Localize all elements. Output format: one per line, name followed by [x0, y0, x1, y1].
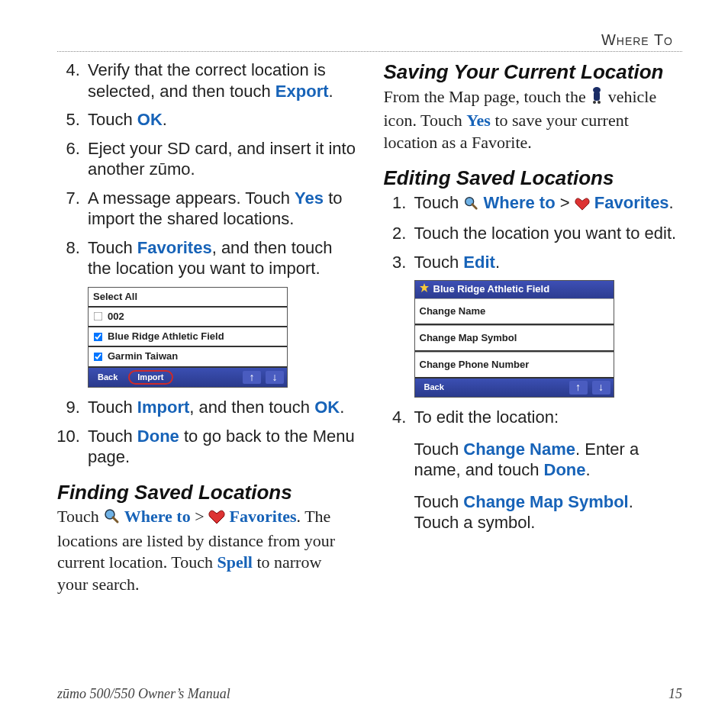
svg-rect-3 — [594, 92, 600, 101]
heart-icon — [208, 508, 225, 530]
list-item: Verify that the correct location is sele… — [85, 60, 356, 101]
list-item: To edit the location: Touch Change Name.… — [411, 407, 683, 533]
change-name-row[interactable]: Change Name — [415, 298, 614, 325]
checkbox-garmin-taiwan[interactable] — [94, 353, 103, 362]
footer-page-number: 15 — [668, 685, 682, 703]
list-item: Touch OK. — [85, 109, 356, 130]
ok-keyword: OK — [314, 398, 340, 417]
change-phone-number-row[interactable]: Change Phone Number — [415, 352, 614, 378]
import-row-garmin-taiwan[interactable]: Garmin Taiwan — [89, 347, 287, 367]
import-list-widget: Select All 002 Blue Ridge Athletic Field… — [88, 287, 288, 388]
back-button[interactable]: Back — [92, 371, 124, 385]
editing-steps-list-2: To edit the location: Touch Change Name.… — [384, 407, 683, 533]
list-item: Touch Done to go back to the Menu page. — [85, 426, 356, 468]
list-item: Touch the location you want to edit. — [411, 223, 683, 244]
page-footer: zūmo 500/550 Owner’s Manual 15 — [57, 685, 682, 703]
favorites-keyword: Favorites — [230, 507, 297, 526]
sub-step-change-map-symbol: Touch Change Map Symbol. Touch a symbol. — [414, 491, 683, 533]
editing-saved-locations-title: Editing Saved Locations — [384, 166, 683, 191]
where-to-keyword: Where to — [124, 507, 191, 526]
editing-steps-list: Touch Where to > Favorites. Touch the lo… — [384, 192, 683, 273]
import-button[interactable]: Import — [128, 370, 172, 385]
import-keyword: Import — [137, 398, 189, 417]
scroll-up-icon[interactable]: ↑ — [569, 381, 588, 395]
finding-body: Touch Where to > Favorites. The location… — [57, 506, 356, 595]
where-to-keyword: Where to — [483, 193, 555, 212]
import-steps-list-2: Touch Import, and then touch OK. Touch D… — [57, 397, 356, 468]
import-steps-list: Verify that the correct location is sele… — [57, 60, 356, 279]
finding-saved-locations-title: Finding Saved Locations — [57, 480, 356, 505]
import-row-002[interactable]: 002 — [89, 308, 287, 327]
list-item: Touch Favorites, and then touch the loca… — [85, 237, 356, 279]
change-name-keyword: Change Name — [463, 440, 575, 459]
done-keyword: Done — [544, 460, 586, 479]
ok-keyword: OK — [137, 110, 163, 129]
list-item: Eject your SD card, and insert it into a… — [85, 138, 356, 180]
svg-point-4 — [593, 101, 596, 104]
svg-marker-8 — [420, 283, 429, 292]
yes-keyword: Yes — [295, 188, 324, 208]
favorites-keyword: Favorites — [594, 193, 669, 212]
section-header: Where To — [57, 31, 682, 50]
yes-keyword: Yes — [466, 111, 491, 130]
list-item: Touch Where to > Favorites. — [411, 192, 683, 216]
header-rule — [57, 51, 682, 52]
magnifier-icon — [103, 507, 120, 530]
svg-line-7 — [472, 205, 476, 208]
edit-widget-title: Blue Ridge Athletic Field — [415, 281, 614, 298]
two-column-layout: Verify that the correct location is sele… — [57, 60, 682, 602]
edit-toolbar: Back ↑ ↓ — [415, 378, 614, 397]
saving-body: From the Map page, touch the vehicle ico… — [384, 86, 683, 154]
svg-point-5 — [598, 101, 601, 104]
vehicle-icon — [590, 86, 604, 111]
edit-location-widget: Blue Ridge Athletic Field Change Name Ch… — [414, 280, 614, 398]
scroll-down-icon[interactable]: ↓ — [266, 371, 284, 385]
favorites-keyword: Favorites — [137, 238, 212, 257]
change-map-symbol-row[interactable]: Change Map Symbol — [415, 325, 614, 352]
saving-current-location-title: Saving Your Current Location — [384, 60, 683, 85]
scroll-down-icon[interactable]: ↓ — [592, 381, 610, 395]
footer-manual-title: zūmo 500/550 Owner’s Manual — [57, 685, 230, 703]
change-map-symbol-keyword: Change Map Symbol — [463, 492, 628, 511]
back-button[interactable]: Back — [418, 381, 450, 395]
right-column: Saving Your Current Location From the Ma… — [384, 60, 683, 602]
row-label: Garmin Taiwan — [108, 350, 178, 362]
heart-icon — [575, 195, 590, 216]
row-label: 002 — [108, 311, 124, 323]
manual-page: Where To Verify that the correct locatio… — [0, 0, 728, 728]
left-column: Verify that the correct location is sele… — [57, 60, 356, 602]
list-item: A message appears. Touch Yes to import t… — [85, 188, 356, 230]
edit-keyword: Edit — [463, 253, 495, 272]
done-keyword: Done — [137, 427, 179, 446]
sub-step-change-name: Touch Change Name. Enter a name, and tou… — [414, 439, 683, 481]
row-label: Blue Ridge Athletic Field — [108, 330, 224, 343]
select-all-header[interactable]: Select All — [89, 288, 287, 308]
export-keyword: Export — [275, 82, 329, 101]
star-icon — [420, 283, 429, 295]
checkbox-002[interactable] — [94, 312, 103, 321]
svg-line-1 — [113, 517, 118, 522]
list-item: Touch Edit. — [411, 252, 683, 273]
spell-keyword: Spell — [217, 552, 252, 572]
magnifier-icon — [463, 195, 478, 216]
import-row-blue-ridge[interactable]: Blue Ridge Athletic Field — [89, 327, 287, 347]
checkbox-blue-ridge[interactable] — [94, 332, 103, 341]
import-toolbar: Back Import ↑ ↓ — [89, 368, 287, 388]
scroll-up-icon[interactable]: ↑ — [243, 371, 261, 385]
list-item: Touch Import, and then touch OK. — [85, 397, 356, 418]
